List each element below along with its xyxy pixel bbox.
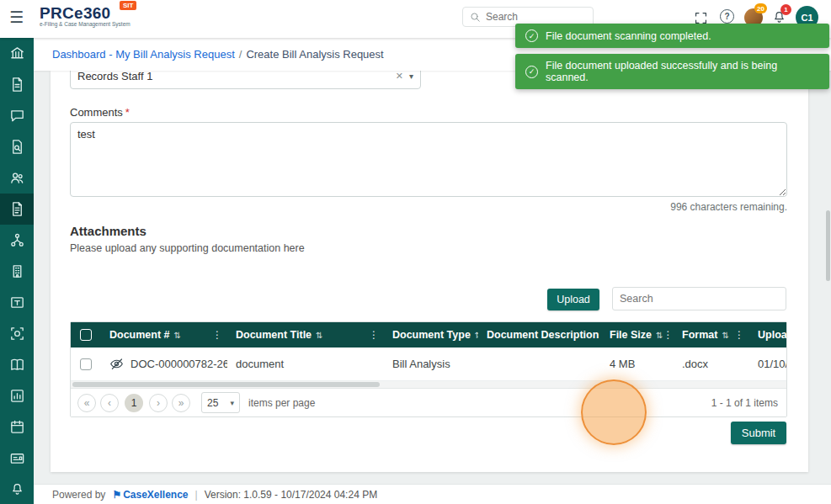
attachments-search-input[interactable] — [612, 287, 786, 310]
page-size-value: 25 — [207, 397, 218, 409]
calendar-icon — [9, 419, 25, 435]
brand-name: CaseXellence — [123, 489, 188, 501]
app-footer: Powered by ⚑ CaseXellence | Version: 1.0… — [34, 484, 831, 504]
hamburger-menu-icon[interactable]: ☰ — [9, 8, 24, 27]
previous-page-button[interactable]: ‹ — [100, 394, 119, 412]
footer-divider: | — [195, 489, 198, 501]
column-header-document-description[interactable]: Document Description⇅⋮ — [478, 322, 601, 347]
notifications-count-badge: 1 — [780, 4, 791, 15]
attachments-title: Attachments — [70, 224, 146, 238]
column-menu-icon[interactable]: ⋮ — [734, 329, 744, 341]
sidebar-item-messages[interactable] — [0, 100, 34, 131]
last-page-button[interactable]: » — [172, 394, 190, 412]
file-size-cell: 4 MB — [601, 358, 674, 370]
select-all-checkbox[interactable] — [80, 329, 92, 341]
toast-message: File document uploaded successfully and … — [546, 60, 819, 83]
items-range-label: 1 - 1 of 1 items — [711, 397, 778, 409]
sidebar-item-documents[interactable] — [0, 69, 34, 100]
sort-icon[interactable]: ⇅ — [174, 331, 181, 340]
column-header-document-type[interactable]: Document Type⇅⋮ — [384, 322, 478, 347]
id-card-icon — [9, 450, 25, 466]
global-search-input[interactable] — [486, 11, 586, 23]
nav-sidebar — [0, 38, 34, 504]
app-logo[interactable]: PRCe360 e-Filing & Case Management Syste… — [40, 4, 131, 27]
column-header-document-number[interactable]: Document #⇅⋮ — [101, 322, 227, 347]
sidebar-item-facilities[interactable] — [0, 256, 34, 287]
page-size-select[interactable]: 25 ▾ — [201, 392, 240, 413]
task-card-icon — [9, 294, 25, 310]
sidebar-item-bill-analysis[interactable] — [0, 194, 34, 225]
grid-header-row: Document #⇅⋮ Document Title⇅⋮ Document T… — [71, 322, 786, 347]
row-checkbox[interactable] — [80, 358, 92, 370]
logo-text: PRCe360 — [40, 4, 131, 23]
clear-selection-icon[interactable]: ✕ — [390, 71, 409, 82]
sort-icon[interactable]: ⇅ — [475, 331, 478, 340]
sidebar-item-reports[interactable] — [0, 380, 34, 411]
sort-icon[interactable]: ⇅ — [316, 331, 322, 340]
page-vertical-scrollbar[interactable] — [826, 210, 830, 281]
document-number[interactable]: DOC-000000782-26 — [131, 358, 227, 370]
help-icon[interactable]: ? — [720, 9, 734, 24]
casexellence-logo[interactable]: ⚑ CaseXellence — [112, 489, 188, 501]
scrollbar-thumb[interactable] — [72, 382, 380, 387]
breadcrumb-link[interactable]: Dashboard - My Bill Analysis Request — [52, 48, 235, 61]
sidebar-item-contacts[interactable] — [0, 162, 34, 194]
column-menu-icon[interactable]: ⋮ — [369, 329, 379, 341]
sidebar-item-library[interactable] — [0, 349, 34, 380]
workflow-icon — [9, 232, 25, 248]
assigned-staff-select[interactable]: Records Staff 1 ✕ ▾ — [70, 71, 421, 89]
chevron-down-icon: ▾ — [230, 399, 234, 407]
toast-scanning-completed[interactable]: ✓ File document scanning completed. — [515, 24, 829, 48]
characters-remaining: 996 characters remaining. — [670, 201, 787, 213]
sidebar-notifications-bell-icon[interactable] — [0, 476, 34, 501]
toast-stack: ✓ File document scanning completed. ✓ Fi… — [515, 24, 829, 89]
search-icon — [470, 12, 481, 23]
bill-document-icon — [9, 201, 25, 217]
sort-icon[interactable]: ⇅ — [656, 331, 663, 340]
document-title-cell: document — [227, 358, 384, 370]
column-menu-icon[interactable]: ⋮ — [212, 329, 222, 341]
sidebar-item-tasks[interactable] — [0, 287, 34, 318]
sidebar-item-workflow[interactable] — [0, 225, 34, 256]
document-search-icon — [9, 139, 25, 155]
table-row[interactable]: DOC-000000782-26 document Bill Analysis … — [71, 347, 786, 381]
sidebar-item-calendar[interactable] — [0, 411, 34, 443]
toast-upload-success[interactable]: ✓ File document uploaded successfully an… — [515, 54, 829, 89]
profile-badge: 20 — [754, 3, 767, 13]
check-circle-icon: ✓ — [525, 66, 538, 78]
sidebar-item-id-card[interactable] — [0, 443, 34, 474]
column-header-document-title[interactable]: Document Title⇅⋮ — [227, 322, 384, 347]
upload-date-cell: 01/10/2 — [749, 358, 786, 370]
column-header-format[interactable]: Format⇅⋮ — [674, 322, 749, 347]
items-per-page-label: items per page — [248, 397, 315, 409]
column-menu-icon[interactable]: ⋮ — [663, 329, 673, 341]
sort-icon[interactable]: ⇅ — [722, 331, 728, 340]
building-icon — [9, 263, 25, 279]
column-header-file-size[interactable]: File Size⇅⋮ — [601, 322, 674, 347]
comments-textarea[interactable]: test — [70, 122, 787, 197]
chart-icon — [9, 388, 25, 404]
column-header-upload[interactable]: Upload⇅ — [749, 322, 786, 347]
sidebar-item-dashboard[interactable] — [0, 38, 34, 69]
logo-tagline: e-Filing & Case Management System — [40, 21, 131, 27]
next-page-button[interactable]: › — [149, 394, 168, 412]
chevron-down-icon[interactable]: ▾ — [409, 72, 413, 81]
scan-icon — [9, 326, 25, 342]
submit-button[interactable]: Submit — [731, 422, 786, 444]
environment-badge: SIT — [120, 1, 136, 10]
eye-slash-icon[interactable] — [109, 357, 124, 371]
breadcrumb-separator: / — [239, 48, 242, 61]
toast-message: File document scanning completed. — [546, 30, 711, 42]
upload-button[interactable]: Upload — [547, 289, 599, 310]
table-horizontal-scrollbar[interactable] — [71, 381, 786, 389]
attachments-grid: Document #⇅⋮ Document Title⇅⋮ Document T… — [70, 321, 787, 417]
current-page-button[interactable]: 1 — [125, 394, 143, 412]
bell-icon — [10, 482, 24, 496]
first-page-button[interactable]: « — [77, 394, 96, 412]
format-cell: .docx — [674, 358, 749, 370]
sidebar-item-scan[interactable] — [0, 318, 34, 349]
powered-by-label: Powered by — [52, 489, 105, 501]
sidebar-item-document-review[interactable] — [0, 131, 34, 162]
document-type-cell: Bill Analysis — [384, 358, 478, 370]
book-icon — [9, 357, 25, 373]
